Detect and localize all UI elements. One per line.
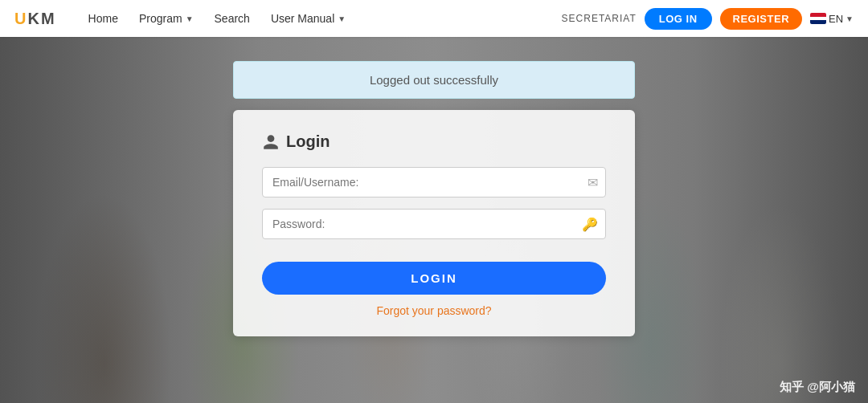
brand-logo[interactable]: UKM: [14, 10, 56, 28]
login-button[interactable]: LOG IN: [645, 8, 712, 30]
secretariat-link[interactable]: SECRETARIAT: [562, 13, 637, 24]
brand-k: K: [27, 10, 40, 27]
navbar: UKM Home Program ▼ Search User Manual ▼ …: [0, 0, 868, 37]
login-title-text: Login: [286, 132, 330, 151]
nav-links: Home Program ▼ Search User Manual ▼: [80, 7, 562, 30]
success-banner: Logged out successfully: [233, 61, 635, 99]
watermark-text: 知乎 @阿小猫: [780, 380, 855, 393]
lang-caret: ▼: [845, 14, 854, 23]
email-group: ✉: [262, 167, 606, 197]
register-button[interactable]: REGISTER: [720, 8, 802, 30]
user-manual-caret: ▼: [338, 14, 346, 23]
login-title: Login: [262, 132, 606, 151]
nav-user-manual[interactable]: User Manual ▼: [263, 7, 354, 30]
lang-label: EN: [829, 13, 843, 25]
main-content: Logged out successfully Login ✉ 🔑 LOGIN …: [0, 37, 868, 403]
password-input[interactable]: [262, 209, 606, 239]
email-icon: ✉: [588, 175, 598, 190]
forgot-password-link[interactable]: Forgot your password?: [262, 304, 606, 317]
nav-search[interactable]: Search: [207, 7, 258, 30]
language-selector[interactable]: EN ▼: [810, 13, 854, 25]
password-toggle-icon[interactable]: 🔑: [582, 217, 598, 232]
flag-icon: [810, 13, 826, 24]
program-caret: ▼: [186, 14, 194, 23]
login-card: Login ✉ 🔑 LOGIN Forgot your password?: [233, 110, 635, 336]
email-input-wrapper: ✉: [262, 167, 606, 197]
user-icon: [262, 133, 280, 151]
nav-program[interactable]: Program ▼: [131, 7, 202, 30]
brand-m: M: [41, 10, 56, 27]
brand-u: U: [14, 10, 27, 27]
watermark: 知乎 @阿小猫: [780, 380, 855, 395]
navbar-right: SECRETARIAT LOG IN REGISTER EN ▼: [562, 8, 854, 30]
submit-button[interactable]: LOGIN: [262, 262, 606, 295]
password-group: 🔑: [262, 209, 606, 239]
nav-home[interactable]: Home: [80, 7, 126, 30]
success-message: Logged out successfully: [370, 73, 498, 87]
password-input-wrapper: 🔑: [262, 209, 606, 239]
email-input[interactable]: [262, 167, 606, 197]
